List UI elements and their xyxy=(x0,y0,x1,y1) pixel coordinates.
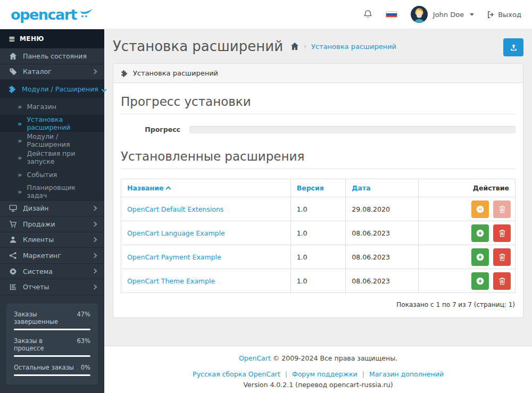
footer-separator: | xyxy=(285,370,287,378)
double-angle-icon: » xyxy=(18,103,22,111)
page-header: Установка расширений › Установка расшире… xyxy=(104,29,532,63)
sidebar-subitem-installer[interactable]: » Установка расширений xyxy=(0,115,104,132)
stat-row: Заказы в процессе 63% xyxy=(14,337,90,352)
share-icon xyxy=(9,252,18,260)
stat-row: Остальные заказы 0% xyxy=(14,364,90,371)
sort-by-version-link[interactable]: Версия xyxy=(297,184,324,192)
sidebar-subitem-extensions[interactable]: » Модули / Расширения xyxy=(0,132,104,149)
progress-row: Прогресс xyxy=(121,126,516,133)
progress-label: Прогресс xyxy=(121,126,180,133)
sidebar-item-customers[interactable]: Клиенты xyxy=(0,232,104,248)
sidebar-item-extensions[interactable]: Модули / Расширения xyxy=(0,80,104,98)
extension-name-link[interactable]: OpenCart Default Extensions xyxy=(127,205,223,213)
panel-body: Прогресс установки Прогресс Установленны… xyxy=(113,83,523,317)
stat-value: 63% xyxy=(77,337,90,345)
install-button[interactable] xyxy=(471,272,489,290)
double-angle-icon: » xyxy=(18,188,22,196)
cart-icon xyxy=(9,220,18,228)
trash-icon xyxy=(498,229,506,237)
plus-circle-icon xyxy=(476,253,485,262)
sidebar-item-design[interactable]: Дизайн xyxy=(0,200,104,216)
trash-icon xyxy=(498,205,506,213)
caret-down-icon xyxy=(470,13,474,16)
stat-value: 47% xyxy=(77,311,90,318)
extension-name-link[interactable]: OpenCart Payment Example xyxy=(127,253,221,261)
copyright-text: © 2009-2024 Все права защищены. xyxy=(273,354,397,362)
sidebar-item-sales[interactable]: Продажи xyxy=(0,216,104,232)
upload-extension-button[interactable] xyxy=(503,38,523,56)
footer: OpenCart© 2009-2024 Все права защищены. … xyxy=(104,346,532,393)
hamburger-icon: ≡ xyxy=(9,36,15,41)
notifications-button[interactable] xyxy=(363,9,373,20)
user-name: John Doe xyxy=(433,11,464,19)
extension-version: 1.0 xyxy=(290,221,346,245)
double-angle-icon: » xyxy=(18,120,22,128)
breadcrumb-current-link[interactable]: Установка расширений xyxy=(311,43,396,51)
user-menu[interactable]: John Doe xyxy=(410,5,474,23)
home-icon xyxy=(9,52,18,60)
sidebar-item-dashboard[interactable]: Панель состояния xyxy=(0,48,104,64)
double-angle-icon: » xyxy=(18,154,22,162)
extension-date: 08.06.2023 xyxy=(346,221,419,245)
copyright-line: OpenCart© 2009-2024 Все права защищены. xyxy=(110,354,527,362)
install-button[interactable] xyxy=(471,224,489,242)
installed-section-title: Установленные расширения xyxy=(121,149,516,169)
delete-button[interactable] xyxy=(493,224,511,242)
installer-panel: Установка расширений Прогресс установки … xyxy=(113,63,523,318)
uninstall-button[interactable] xyxy=(471,200,489,218)
sidebar-subitem-events[interactable]: » События xyxy=(0,166,104,183)
footer-version: Version 4.0.2.1 (перевод opencart-russia… xyxy=(110,381,527,389)
extension-date: 08.06.2023 xyxy=(346,245,419,269)
stat-row: Заказы завершенные 47% xyxy=(14,311,90,325)
sidebar-item-reports[interactable]: Отчеты xyxy=(0,279,104,295)
sidebar-item-catalog[interactable]: Каталог xyxy=(0,64,104,80)
breadcrumb-separator: › xyxy=(304,43,306,50)
chevron-right-icon xyxy=(92,269,97,274)
opencart-logo[interactable]: opencart xyxy=(11,6,93,23)
sidebar-subitem-cron[interactable]: » Планировщик задач xyxy=(0,183,104,200)
menu-header[interactable]: ≡ МЕНЮ xyxy=(0,29,104,48)
footer-link-support-forum[interactable]: Форум поддержки xyxy=(292,370,358,378)
sidebar-subitem-startup[interactable]: » Действия при запуске xyxy=(0,149,104,166)
sort-by-date-link[interactable]: Дата xyxy=(352,184,370,192)
progress-section-title: Прогресс установки xyxy=(121,95,516,114)
logout-icon xyxy=(487,11,495,19)
table-row: OpenCart Language Example 1.0 08.06.2023 xyxy=(121,221,516,245)
stat-progress-bar xyxy=(14,329,90,330)
plus-circle-icon xyxy=(476,229,485,238)
bell-icon xyxy=(363,9,373,20)
desktop-icon xyxy=(9,204,18,212)
report-chart-icon xyxy=(9,283,18,291)
delete-button[interactable] xyxy=(493,248,511,266)
extension-name-link[interactable]: OpenCart Language Example xyxy=(127,229,225,237)
sidebar-item-marketing[interactable]: Маркетинг xyxy=(0,248,104,264)
panel-heading-label: Установка расширений xyxy=(133,69,218,77)
footer-link-russian-build[interactable]: Русская сборка OpenCart xyxy=(193,370,280,378)
puzzle-icon xyxy=(121,70,128,77)
breadcrumb-home-link[interactable] xyxy=(290,42,299,51)
footer-link-extension-store[interactable]: Магазин дополнений xyxy=(369,370,444,378)
double-angle-icon: » xyxy=(18,171,22,179)
extension-name-link[interactable]: OpenCart Theme Example xyxy=(127,277,215,285)
upload-icon xyxy=(510,44,518,52)
main-content: Установка расширений › Установка расшире… xyxy=(104,29,532,393)
sort-by-name-link[interactable]: Название xyxy=(127,184,170,192)
order-stats-panel: Заказы завершенные 47% Заказы в процессе… xyxy=(6,304,98,384)
delete-button[interactable] xyxy=(493,272,511,290)
home-icon xyxy=(290,42,299,51)
logout-button[interactable]: Выход xyxy=(487,11,521,19)
table-row: OpenCart Default Extensions 1.0 29.08.20… xyxy=(121,197,516,221)
opencart-footer-link[interactable]: OpenCart xyxy=(239,354,271,362)
page-title: Установка расширений xyxy=(113,38,283,54)
stat-progress-bar xyxy=(14,374,90,376)
plus-circle-icon xyxy=(476,277,485,286)
sidebar-subitem-marketplace[interactable]: » Магазин xyxy=(0,98,104,115)
breadcrumb: › Установка расширений xyxy=(290,42,396,51)
sidebar: ≡ МЕНЮ Панель состояния Каталог Модули /… xyxy=(0,29,104,393)
install-button[interactable] xyxy=(471,248,489,266)
top-header: opencart xyxy=(0,0,532,29)
language-selector[interactable] xyxy=(386,11,397,18)
extension-date: 08.06.2023 xyxy=(346,269,419,293)
sidebar-item-system[interactable]: Система xyxy=(0,264,104,280)
delete-button-disabled[interactable] xyxy=(493,200,511,218)
